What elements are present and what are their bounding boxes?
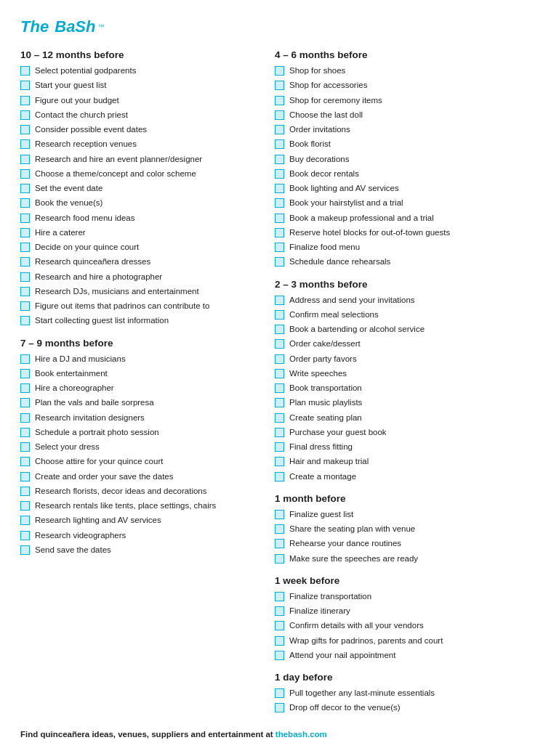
checkbox[interactable] (20, 155, 30, 164)
checkbox[interactable] (20, 413, 30, 423)
checkbox[interactable] (20, 472, 30, 481)
checkbox[interactable] (20, 457, 30, 466)
checkbox[interactable] (20, 96, 30, 105)
checkbox[interactable] (20, 214, 30, 223)
item-text: Research and hire a photographer (35, 271, 162, 283)
checkbox[interactable] (275, 428, 284, 437)
checkbox[interactable] (275, 214, 284, 223)
checkbox[interactable] (20, 369, 30, 378)
checklist-item: Book decor rentals (275, 168, 515, 180)
checkbox[interactable] (20, 125, 30, 134)
checkbox[interactable] (275, 703, 284, 712)
item-text: Research and hire an event planner/desig… (35, 153, 202, 166)
checkbox[interactable] (20, 257, 30, 267)
checklist-item: Final dress fitting (275, 441, 515, 453)
checkbox[interactable] (275, 66, 284, 76)
checkbox[interactable] (275, 81, 284, 90)
item-text: Buy decorations (289, 153, 349, 166)
checkbox[interactable] (275, 310, 284, 320)
section-title-right-2: 1 month before (275, 493, 515, 504)
main-content: 10 – 12 months beforeSelect potential go… (20, 49, 515, 717)
checkbox[interactable] (275, 510, 284, 519)
checkbox[interactable] (20, 66, 30, 76)
checkbox[interactable] (275, 442, 284, 452)
checkbox[interactable] (20, 516, 30, 525)
checklist-item: Research videographers (20, 529, 260, 542)
item-text: Schedule dance rehearsals (289, 256, 390, 268)
checkbox[interactable] (275, 524, 284, 534)
checkbox[interactable] (275, 592, 284, 601)
checkbox[interactable] (275, 155, 284, 164)
item-text: Research invitation designers (35, 412, 145, 424)
item-text: Choose the last doll (289, 109, 363, 121)
checkbox[interactable] (275, 125, 284, 134)
item-text: Finalize itinerary (289, 605, 350, 617)
checkbox[interactable] (20, 184, 30, 193)
checkbox[interactable] (20, 228, 30, 237)
checkbox[interactable] (20, 442, 30, 452)
checkbox[interactable] (20, 272, 30, 282)
item-text: Hire a choreographer (35, 382, 114, 394)
checkbox[interactable] (275, 651, 284, 660)
checkbox[interactable] (20, 501, 30, 511)
checklist-item: Decide on your quince court (20, 241, 260, 253)
checkbox[interactable] (20, 198, 30, 208)
checklist-item: Hair and makeup trial (275, 455, 515, 468)
checkbox[interactable] (20, 428, 30, 437)
checkbox[interactable] (275, 457, 284, 466)
checkbox[interactable] (20, 139, 30, 149)
checklist-item: Create seating plan (275, 412, 515, 424)
checkbox[interactable] (275, 413, 284, 423)
checkbox[interactable] (275, 184, 284, 193)
checkbox[interactable] (275, 243, 284, 252)
checkbox[interactable] (275, 169, 284, 179)
item-text: Send save the dates (35, 544, 111, 556)
checklist-item: Select your dress (20, 441, 260, 453)
checkbox[interactable] (275, 383, 284, 393)
checkbox[interactable] (20, 531, 30, 540)
checkbox[interactable] (275, 228, 284, 237)
checkbox[interactable] (275, 398, 284, 407)
checkbox[interactable] (20, 383, 30, 393)
checkbox[interactable] (275, 354, 284, 364)
checkbox[interactable] (20, 110, 30, 120)
footer-link[interactable]: thebash.com (275, 730, 327, 739)
checkbox[interactable] (275, 139, 284, 149)
checkbox[interactable] (20, 81, 30, 90)
item-text: Select potential godparents (35, 65, 136, 77)
checkbox[interactable] (275, 636, 284, 646)
item-text: Wrap gifts for padrinos, parents and cou… (289, 635, 443, 647)
checkbox[interactable] (275, 621, 284, 630)
checklist-item: Write speeches (275, 367, 515, 380)
checkbox[interactable] (275, 198, 284, 208)
checkbox[interactable] (275, 539, 284, 548)
checkbox[interactable] (20, 487, 30, 496)
checkbox[interactable] (275, 472, 284, 481)
checkbox[interactable] (20, 243, 30, 252)
checklist-item: Research florists, decor ideas and decor… (20, 485, 260, 497)
checkbox[interactable] (275, 110, 284, 120)
checkbox[interactable] (275, 688, 284, 698)
checkbox[interactable] (275, 325, 284, 334)
checkbox[interactable] (20, 301, 30, 311)
checkbox[interactable] (20, 316, 30, 325)
item-text: Shop for ceremony items (289, 94, 382, 107)
item-text: Research food menu ideas (35, 212, 134, 224)
checkbox[interactable] (20, 287, 30, 296)
checkbox[interactable] (275, 257, 284, 267)
checkbox[interactable] (20, 169, 30, 179)
checklist-item: Research and hire an event planner/desig… (20, 153, 260, 166)
item-text: Research quinceañera dresses (35, 256, 150, 268)
checkbox[interactable] (275, 606, 284, 616)
checkbox[interactable] (275, 339, 284, 349)
footer: Find quinceañera ideas, venues, supplier… (20, 730, 515, 739)
item-text: Schedule a portrait photo session (35, 426, 159, 439)
checkbox[interactable] (275, 296, 284, 305)
item-text: Hair and makeup trial (289, 455, 369, 468)
checkbox[interactable] (275, 96, 284, 105)
checkbox[interactable] (275, 554, 284, 564)
checkbox[interactable] (20, 545, 30, 555)
checkbox[interactable] (20, 354, 30, 364)
checkbox[interactable] (20, 398, 30, 407)
checkbox[interactable] (275, 369, 284, 378)
